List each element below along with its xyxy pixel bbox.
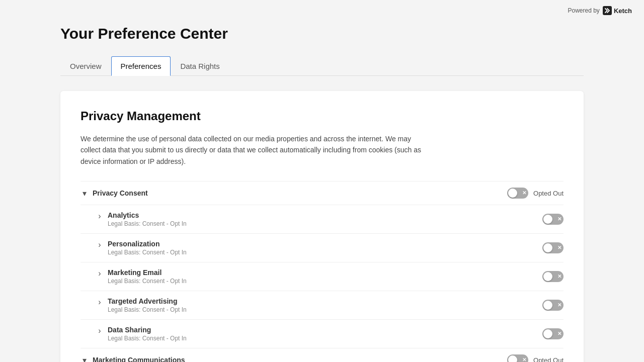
privacy-consent-label-area: ▾ Privacy Consent [80,189,148,197]
analytics-title: Analytics [108,211,187,219]
analytics-label-area: › Analytics Legal Basis: Consent - Opt I… [96,211,187,227]
data-sharing-row: › Data Sharing Legal Basis: Consent - Op… [80,319,564,348]
analytics-row: › Analytics Legal Basis: Consent - Opt I… [80,205,564,233]
targeted-advertising-label-area: › Targeted Advertising Legal Basis: Cons… [96,297,187,313]
data-sharing-label-area: › Data Sharing Legal Basis: Consent - Op… [96,326,187,342]
toggle-knob [543,329,552,338]
toggle-x-mark: ✕ [557,217,561,222]
toggle-knob [543,272,552,281]
ketch-icon [603,6,612,15]
analytics-basis: Legal Basis: Consent - Opt In [108,220,187,227]
toggle-knob [543,301,552,310]
personalization-toggle[interactable]: ✕ [542,242,564,253]
marketing-communications-label-area: ▾ Marketing Communications [80,356,185,362]
marketing-communications-chevron-icon[interactable]: ▾ [80,356,89,362]
data-sharing-title: Data Sharing [108,326,187,334]
privacy-management-card: Privacy Management We determine the use … [60,91,584,362]
toggle-x-mark: ✕ [557,274,561,279]
marketing-email-row: › Marketing Email Legal Basis: Consent -… [80,262,564,291]
marketing-email-basis: Legal Basis: Consent - Opt In [108,278,187,285]
toggle-x-mark: ✕ [522,357,526,362]
privacy-consent-status: Opted Out [533,190,564,197]
marketing-communications-section: ▾ Marketing Communications ✕ Opted Out ›… [80,348,564,362]
page-header: Your Preference Center Overview Preferen… [0,15,644,76]
personalization-label-area: › Personalization Legal Basis: Consent -… [96,240,187,256]
toggle-knob [508,355,517,362]
main-content: Privacy Management We determine the use … [0,76,644,362]
marketing-email-chevron-icon[interactable]: › [96,269,104,278]
analytics-toggle[interactable]: ✕ [542,214,564,225]
privacy-consent-section: ▾ Privacy Consent ✕ Opted Out › Analytic… [80,181,564,348]
privacy-consent-right: ✕ Opted Out [507,188,564,199]
card-title: Privacy Management [80,109,564,123]
ketch-logo: Ketch [603,6,632,15]
toggle-knob [508,189,517,198]
targeted-advertising-title: Targeted Advertising [108,297,187,305]
top-bar: Powered by Ketch [0,0,644,15]
privacy-consent-title: Privacy Consent [93,189,148,197]
personalization-chevron-icon[interactable]: › [96,241,104,249]
personalization-basis: Legal Basis: Consent - Opt In [108,249,187,256]
toggle-x-mark: ✕ [557,303,561,308]
marketing-email-label-area: › Marketing Email Legal Basis: Consent -… [96,268,187,285]
privacy-consent-header: ▾ Privacy Consent ✕ Opted Out [80,181,564,205]
analytics-chevron-icon[interactable]: › [96,212,104,220]
marketing-email-title: Marketing Email [108,268,187,277]
marketing-communications-title: Marketing Communications [93,356,185,362]
data-sharing-toggle[interactable]: ✕ [542,328,564,339]
marketing-communications-toggle[interactable]: ✕ [507,354,528,362]
marketing-email-toggle[interactable]: ✕ [542,271,564,282]
data-sharing-basis: Legal Basis: Consent - Opt In [108,335,187,342]
tab-navigation: Overview Preferences Data Rights [60,56,584,76]
marketing-communications-status: Opted Out [533,356,564,362]
targeted-advertising-chevron-icon[interactable]: › [96,298,104,306]
powered-by-area: Powered by Ketch [568,6,632,15]
toggle-x-mark: ✕ [557,331,561,336]
toggle-x-mark: ✕ [557,245,561,250]
targeted-advertising-basis: Legal Basis: Consent - Opt In [108,306,187,313]
personalization-row: › Personalization Legal Basis: Consent -… [80,233,564,262]
privacy-consent-toggle[interactable]: ✕ [507,188,528,199]
toggle-knob [543,215,552,224]
toggle-knob [543,243,552,252]
data-sharing-chevron-icon[interactable]: › [96,327,104,335]
targeted-advertising-row: › Targeted Advertising Legal Basis: Cons… [80,291,564,319]
tab-data-rights[interactable]: Data Rights [171,56,229,76]
ketch-brand-name: Ketch [614,7,632,15]
tab-preferences[interactable]: Preferences [111,56,171,76]
personalization-title: Personalization [108,240,187,248]
tab-overview[interactable]: Overview [60,56,111,76]
toggle-x-mark: ✕ [522,191,526,196]
marketing-communications-right: ✕ Opted Out [507,354,564,362]
targeted-advertising-toggle[interactable]: ✕ [542,300,564,311]
page-title: Your Preference Center [60,25,584,42]
powered-by-text: Powered by [568,7,600,14]
marketing-communications-header: ▾ Marketing Communications ✕ Opted Out [80,348,564,362]
card-description: We determine the use of personal data co… [80,133,423,167]
privacy-consent-chevron-icon[interactable]: ▾ [80,189,89,197]
